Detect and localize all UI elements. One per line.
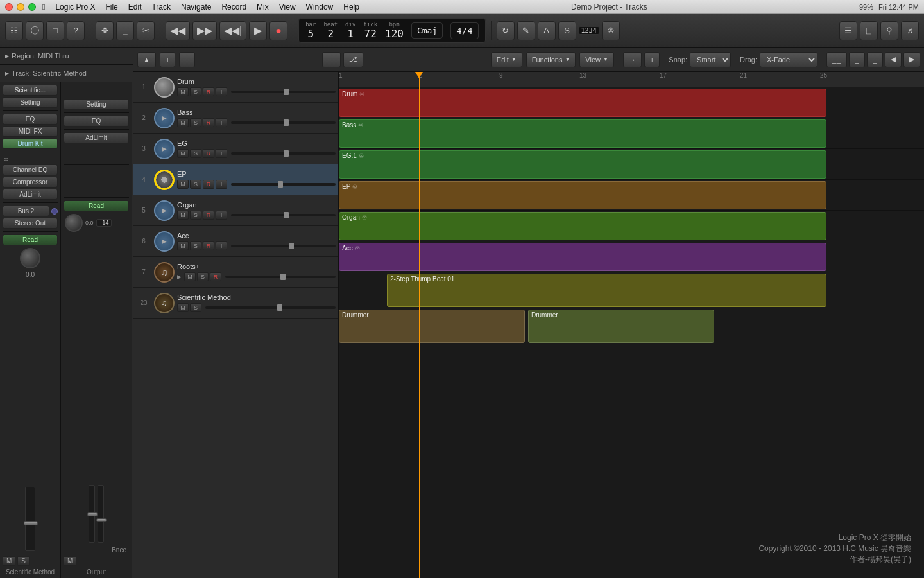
zoom-out-button[interactable]: ⎯ — [849, 52, 865, 67]
bus-button[interactable]: Bus 2 — [3, 206, 49, 216]
go-start-button[interactable]: ◀◀| — [219, 21, 246, 40]
read-button[interactable]: Read — [3, 234, 58, 245]
input-6[interactable]: I — [216, 241, 227, 250]
fader-thumb-6[interactable] — [289, 243, 294, 249]
apple-menu[interactable]:  — [42, 3, 45, 12]
solo-23[interactable]: S — [190, 303, 201, 312]
track-row-23[interactable]: 23 ♫ Scientific Method M S — [133, 288, 338, 319]
functions-button[interactable]: Functions ▼ — [526, 52, 576, 67]
record-4[interactable]: R — [203, 180, 214, 189]
view-menu[interactable]: View — [279, 3, 296, 12]
mute-23[interactable]: M — [177, 303, 189, 312]
mute-button-right[interactable]: M — [64, 556, 76, 566]
record-1[interactable]: R — [203, 87, 214, 96]
piano-roll-button[interactable]: ⎕ — [860, 21, 878, 40]
track-menu[interactable]: Track — [151, 3, 171, 12]
master-button[interactable]: ♔ — [602, 21, 620, 40]
clip-organ[interactable]: Organ ♾ for(let i=0;i<190;i++){ let h = … — [339, 212, 826, 240]
tool-mode-2[interactable]: + — [644, 52, 660, 67]
automation-button[interactable]: A — [538, 21, 556, 40]
add-track-button[interactable]: + — [160, 52, 175, 67]
fader-mini-6[interactable] — [231, 245, 336, 247]
app-menu[interactable]: Logic Pro X — [55, 3, 95, 12]
scissors-tool[interactable]: ✂ — [137, 21, 155, 40]
clip-sci-2[interactable]: Drummer for(let i=0;i<70;i++){ let h = M… — [528, 310, 714, 343]
track-row-5[interactable]: 5 ▶ Organ M S R I — [133, 195, 338, 226]
list-view-button[interactable]: ☰ — [839, 21, 857, 40]
rewind-button[interactable]: ◀◀ — [166, 21, 190, 40]
solo-2[interactable]: S — [190, 118, 201, 127]
volume-knob[interactable] — [20, 248, 40, 268]
mode-button-2[interactable]: ⎇ — [343, 52, 363, 67]
scroll-left[interactable]: ◀ — [885, 52, 902, 67]
snap-select[interactable]: Smart Bar Beat — [690, 52, 731, 67]
clip-bass[interactable]: Bass ♾ for(let i=0;i<190;i++){ let h = M… — [339, 119, 826, 148]
fader-mini-1[interactable] — [231, 91, 336, 93]
solo-button-left[interactable]: S — [17, 556, 30, 566]
edit-menu[interactable]: Edit — [128, 3, 142, 12]
add-track-area-button[interactable]: ▲ — [137, 52, 156, 67]
sample-button[interactable]: S — [558, 21, 576, 40]
solo-7[interactable]: S — [197, 272, 209, 281]
mute-5[interactable]: M — [177, 211, 189, 220]
fader-mini-4[interactable] — [231, 183, 336, 186]
solo-4[interactable]: S — [190, 180, 201, 189]
fader-right-2[interactable] — [96, 518, 107, 522]
inspector-button[interactable]: □ — [46, 21, 64, 40]
record-button[interactable]: ● — [270, 21, 287, 40]
input-3[interactable]: I — [216, 149, 227, 158]
folder-button[interactable]: □ — [179, 52, 195, 67]
track-row-2[interactable]: 2 ▶ Bass M S R I — [133, 103, 338, 134]
library-button[interactable]: ♬ — [901, 21, 919, 40]
fast-forward-button[interactable]: ▶▶ — [193, 21, 217, 40]
fader-thumb-2[interactable] — [284, 119, 289, 126]
record-menu[interactable]: Record — [221, 3, 246, 12]
mute-button-left[interactable]: M — [3, 556, 15, 566]
input-1[interactable]: I — [216, 87, 227, 96]
close-btn[interactable] — [5, 3, 13, 11]
minimize-btn[interactable] — [17, 3, 24, 11]
record-7[interactable]: R — [210, 272, 221, 281]
setting-button[interactable]: Setting — [3, 97, 58, 108]
bus-indicator[interactable] — [51, 208, 58, 215]
solo-6[interactable]: S — [190, 241, 201, 250]
fader-thumb-7[interactable] — [280, 274, 286, 280]
read-button-right[interactable]: Read — [64, 200, 129, 211]
search-button[interactable]: ⚲ — [880, 21, 898, 40]
time-sig-display[interactable]: 4/4 — [450, 22, 478, 39]
mute-2[interactable]: M — [177, 118, 189, 127]
compressor-button[interactable]: Compressor — [3, 177, 58, 188]
scroll-right[interactable]: ▶ — [903, 52, 920, 67]
record-2[interactable]: R — [203, 118, 214, 127]
drag-select[interactable]: X-Fade Overlap No Overlap — [760, 52, 817, 67]
mute-4[interactable]: M — [177, 180, 189, 189]
file-menu[interactable]: File — [105, 3, 117, 12]
volume-fader[interactable] — [24, 521, 38, 525]
clip-acc[interactable]: Acc ♾ for(let i=0;i<190;i++){ let h = Ma… — [339, 243, 826, 271]
play-button[interactable]: ▶ — [249, 21, 267, 40]
midi-fx-button[interactable]: MIDI FX — [3, 126, 58, 137]
track-row-3[interactable]: 3 ▶ EG M S R I — [133, 134, 338, 164]
solo-1[interactable]: S — [190, 87, 201, 96]
fader-mini-7[interactable] — [225, 276, 336, 278]
mix-menu[interactable]: Mix — [257, 3, 269, 12]
fader-thumb-4[interactable] — [278, 181, 283, 188]
track-row-6[interactable]: 6 ▶ Acc M S R I — [133, 226, 338, 257]
eq-button-right[interactable]: EQ — [64, 116, 129, 127]
key-display[interactable]: Cmaj — [411, 22, 443, 39]
fader-thumb-3[interactable] — [284, 150, 289, 157]
punch-button[interactable]: ✎ — [517, 21, 535, 40]
ad-limit-button[interactable]: AdLimit — [3, 189, 58, 200]
navigate-menu[interactable]: Navigate — [181, 3, 211, 12]
edit-button[interactable]: Edit ▼ — [491, 52, 522, 67]
fader-right-1[interactable] — [87, 512, 98, 516]
solo-5[interactable]: S — [190, 211, 201, 220]
view-button[interactable]: View ▼ — [579, 52, 614, 67]
fader-mini-2[interactable] — [231, 121, 336, 124]
clip-eg[interactable]: EG.1 ♾ for(let i=0;i<190;i++){ let h = M… — [339, 150, 826, 179]
input-4[interactable]: I — [216, 180, 227, 189]
help-button[interactable]: ? — [67, 21, 85, 40]
fader-thumb-1[interactable] — [284, 89, 289, 95]
record-3[interactable]: R — [203, 149, 214, 158]
stereo-out-button[interactable]: Stereo Out — [3, 218, 58, 229]
